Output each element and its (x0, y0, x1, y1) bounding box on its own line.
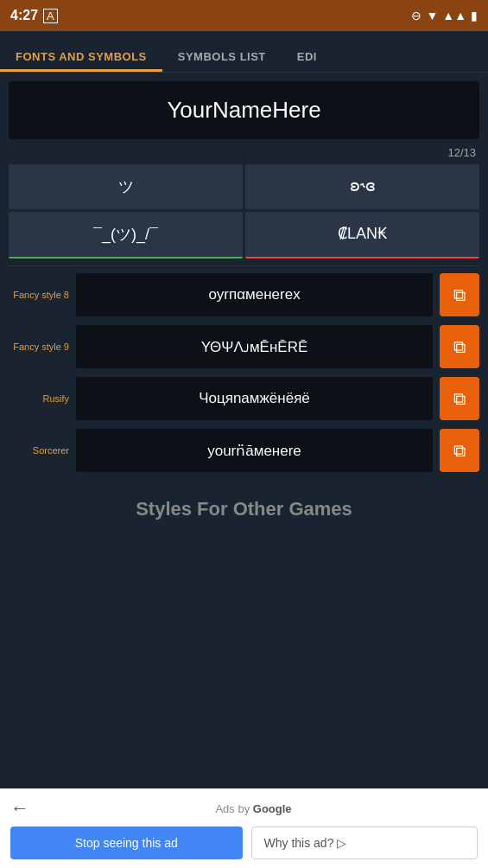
ad-buttons-row: Stop seeing this ad Why this ad? ▷ (10, 827, 478, 859)
style-row-2: Rusify Чоцяnамжёнёяё ⧉ (9, 377, 479, 420)
copy-button-1[interactable]: ⧉ (440, 325, 479, 368)
style-label-3: Sorcerer (9, 445, 69, 456)
style-row-0: Fancy style 8 oуrпαмeнerex ⧉ (9, 273, 479, 316)
symbol-text-1: ʚ˞ɞ (350, 177, 376, 195)
ad-bar: ← Ads by Google Stop seeing this ad Why … (0, 788, 488, 868)
symbol-grid: ツ ʚ˞ɞ ¯_(ツ)_/¯ ₡LAN₭ (9, 164, 479, 258)
do-not-disturb-icon: ⊖ (411, 9, 421, 22)
stop-ad-button[interactable]: Stop seeing this ad (10, 827, 243, 859)
ad-back-button[interactable]: ← (10, 797, 29, 820)
symbol-text-0: ツ (118, 178, 134, 195)
ads-by-text: Ads by (215, 802, 250, 815)
name-input-area[interactable]: YourNameHere (9, 81, 479, 139)
style-label-0: Fancy style 8 (9, 290, 69, 300)
copy-button-0[interactable]: ⧉ (440, 273, 479, 316)
other-games-title: Styles For Other Games (136, 498, 352, 520)
google-text: Google (253, 802, 292, 815)
status-bar-left: 4:27 A (10, 8, 58, 23)
ads-by-google-label: Ads by Google (29, 802, 478, 815)
wifi-icon: ▼ (426, 9, 438, 22)
symbol-cell-1[interactable]: ʚ˞ɞ (245, 164, 479, 209)
tab-edi[interactable]: EDI (282, 50, 333, 72)
status-bar-right: ⊖ ▼ ▲▲ ▮ (411, 9, 478, 22)
tab-bar: FONTS AND SYMBOLS SYMBOLS LIST EDI (0, 31, 488, 73)
main-content: YourNameHere 12/13 ツ ʚ˞ɞ ¯_(ツ)_/¯ ₡LAN₭ … (0, 73, 488, 472)
copy-icon-1: ⧉ (453, 337, 466, 357)
style-label-1: Fancy style 9 (9, 341, 69, 352)
style-row-1: Fancy style 9 ΥΘΨΛᴊмĒнĒRĒ ⧉ (9, 325, 479, 368)
copy-icon-3: ⧉ (453, 441, 466, 461)
symbol-text-2: ¯_(ツ)_/¯ (93, 226, 158, 243)
name-display[interactable]: YourNameHere (167, 97, 320, 123)
status-time: 4:27 (10, 8, 38, 23)
copy-icon-0: ⧉ (453, 285, 466, 305)
battery-icon: ▮ (471, 9, 478, 22)
style-preview-1: ΥΘΨΛᴊмĒнĒRĒ (76, 325, 433, 368)
signal-icon: ▲▲ (442, 9, 466, 22)
style-preview-0: oуrпαмeнerex (76, 273, 433, 316)
copy-button-3[interactable]: ⧉ (440, 429, 479, 472)
status-a-indicator: A (43, 9, 58, 23)
status-bar: 4:27 A ⊖ ▼ ▲▲ ▮ (0, 0, 488, 31)
symbol-cell-0[interactable]: ツ (9, 164, 243, 209)
style-preview-2: Чоцяnамжёнёяё (76, 377, 433, 420)
tab-symbols-list[interactable]: SYMBOLS LIST (162, 50, 282, 72)
ad-top-row: ← Ads by Google (10, 797, 478, 820)
symbol-text-3: ₡LAN₭ (338, 225, 387, 242)
copy-button-2[interactable]: ⧉ (440, 377, 479, 420)
divider (9, 265, 479, 266)
tab-fonts-symbols[interactable]: FONTS AND SYMBOLS (0, 50, 162, 72)
why-ad-button[interactable]: Why this ad? ▷ (251, 827, 478, 859)
symbol-cell-3[interactable]: ₡LAN₭ (245, 212, 479, 258)
style-preview-3: yourn̈āмeнere (76, 429, 433, 472)
symbol-cell-2[interactable]: ¯_(ツ)_/¯ (9, 212, 243, 258)
other-games-section: Styles For Other Games (0, 481, 488, 529)
counter-display: 12/13 (9, 146, 479, 159)
style-label-2: Rusify (9, 393, 69, 404)
copy-icon-2: ⧉ (453, 389, 466, 409)
style-row-3: Sorcerer yourn̈āмeнere ⧉ (9, 429, 479, 472)
